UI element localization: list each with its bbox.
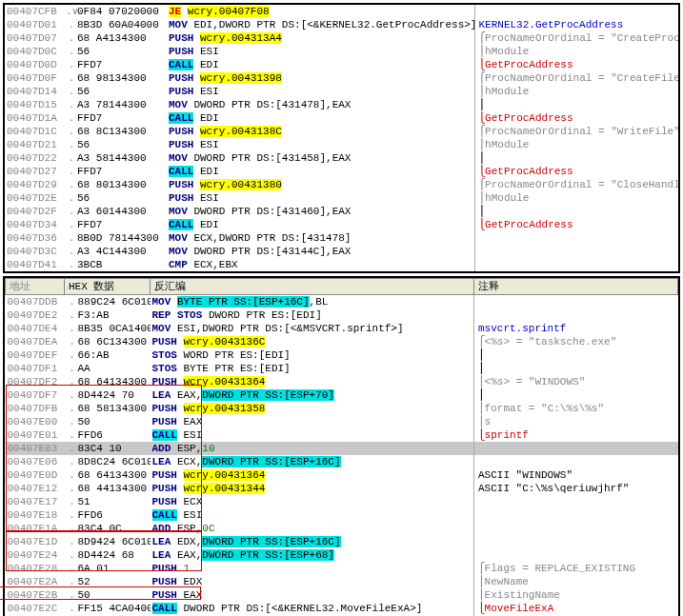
address: 00407D0F bbox=[5, 71, 64, 85]
address: 00407D3C bbox=[5, 245, 64, 258]
hex-bytes: .FFD6 bbox=[65, 508, 151, 522]
hex-bytes: .56 bbox=[64, 138, 167, 151]
disasm-row[interactable]: 00407D0C.56PUSH ESI⎪hModule bbox=[5, 45, 678, 58]
comment: ⎪ bbox=[474, 362, 678, 375]
address: 00407D0D bbox=[5, 58, 64, 71]
address: 00407D29 bbox=[5, 178, 64, 191]
disassembly-panel-2[interactable]: 地址 HEX 数据 反汇编 注释 00407DDB.889C24 6C01000… bbox=[3, 276, 680, 616]
hex-bytes: .8B3D 60A04000 bbox=[64, 18, 167, 31]
hex-bytes: .51 bbox=[65, 495, 151, 508]
address: 00407D36 bbox=[5, 231, 64, 245]
instruction: PUSH ESI bbox=[167, 45, 474, 58]
disasm-row[interactable]: 00407E12.68 44134300PUSH wcry.00431344AS… bbox=[6, 482, 678, 495]
disasm-table-2[interactable]: 地址 HEX 数据 反汇编 注释 00407DDB.889C24 6C01000… bbox=[5, 278, 678, 616]
address: 00407DEA bbox=[6, 335, 65, 348]
disasm-row[interactable]: 00407D27.FFD7CALL EDI⎩GetProcAddress bbox=[5, 165, 678, 178]
address: 00407D07 bbox=[5, 31, 64, 45]
comment bbox=[474, 258, 678, 271]
instruction: CALL EDI bbox=[167, 218, 474, 231]
comment: ⎩MoveFileExA bbox=[474, 602, 678, 615]
disasm-row[interactable]: 00407E01.FFD6CALL ESI⎩sprintf bbox=[6, 428, 678, 442]
disasm-row[interactable]: 00407DF2.68 64134300PUSH wcry.00431364⎪<… bbox=[6, 375, 678, 388]
address: 00407E1D bbox=[6, 535, 65, 548]
hex-bytes: .56 bbox=[64, 85, 167, 98]
comment: ⎩GetProcAddress bbox=[474, 58, 678, 71]
disasm-row[interactable]: 00407D1A.FFD7CALL EDI⎩GetProcAddress bbox=[5, 111, 678, 125]
disasm-row[interactable]: 00407D2F.A3 60144300MOV DWORD PTR DS:[43… bbox=[5, 205, 678, 218]
address: 00407E1A bbox=[6, 522, 65, 535]
disasm-row[interactable]: 00407D29.68 80134300PUSH wcry.00431380⎧P… bbox=[5, 178, 678, 191]
instruction: MOV ESI,DWORD PTR DS:[<&MSVCRT.sprintf>] bbox=[151, 322, 474, 335]
disasm-row[interactable]: 00407E28.6A 01PUSH 1⎧Flags = REPLACE_EXI… bbox=[6, 562, 678, 575]
disasm-row[interactable]: 00407DF7.8D4424 70LEA EAX,DWORD PTR SS:[… bbox=[6, 388, 678, 402]
disasm-row[interactable]: 00407E2B.50PUSH EAX⎪ExistingName bbox=[6, 588, 678, 602]
address: 00407E01 bbox=[6, 428, 65, 442]
disasm-row[interactable]: 00407D34.FFD7CALL EDI⎩GetProcAddress bbox=[5, 218, 678, 231]
comment: ⎧ProcNameOrOrdinal = "CreateProcessA" bbox=[474, 31, 678, 45]
disasm-table-1[interactable]: 00407CFB.∨0F84 07020000JE wcry.00407F080… bbox=[5, 5, 678, 271]
disasm-row[interactable]: 00407DDB.889C24 6C010000MOV BYTE PTR SS:… bbox=[6, 295, 678, 309]
address: 00407DF2 bbox=[6, 375, 65, 388]
address: 00407E03 bbox=[6, 442, 65, 455]
disasm-row[interactable]: 00407DE4.8B35 0CA14000MOV ESI,DWORD PTR … bbox=[6, 322, 678, 335]
disasm-row[interactable]: 00407E1A.83C4 0CADD ESP,0C bbox=[6, 522, 678, 535]
col-addr[interactable]: 地址 bbox=[6, 279, 65, 295]
disasm-row[interactable]: 00407E00.50PUSH EAX⎪s bbox=[6, 415, 678, 428]
disasm-row[interactable]: 00407DF1.AASTOS BYTE PTR ES:[EDI]⎪ bbox=[6, 362, 678, 375]
address: 00407E0D bbox=[6, 468, 65, 482]
instruction: PUSH EDX bbox=[151, 575, 474, 588]
hex-bytes: .FFD7 bbox=[64, 165, 167, 178]
disasm-row[interactable]: 00407E24.8D4424 68LEA EAX,DWORD PTR SS:[… bbox=[6, 548, 678, 562]
col-disasm[interactable]: 反汇编 bbox=[151, 279, 474, 295]
disasm-row[interactable]: 00407D36.8B0D 78144300MOV ECX,DWORD PTR … bbox=[5, 231, 678, 245]
disasm-row[interactable]: 00407D21.56PUSH ESI⎪hModule bbox=[5, 138, 678, 151]
disasm-row[interactable]: 00407D3C.A3 4C144300MOV DWORD PTR DS:[43… bbox=[5, 245, 678, 258]
disasm-row[interactable]: 00407D15.A3 78144300MOV DWORD PTR DS:[43… bbox=[5, 98, 678, 111]
disassembly-panel-1[interactable]: 00407CFB.∨0F84 07020000JE wcry.00407F080… bbox=[3, 3, 680, 273]
address: 00407D0C bbox=[5, 45, 64, 58]
disasm-row[interactable]: 00407E06.8D8C24 6C010000LEA ECX,DWORD PT… bbox=[6, 455, 678, 468]
address: 00407D2F bbox=[5, 205, 64, 218]
hex-bytes: .A3 60144300 bbox=[64, 205, 167, 218]
address: 00407DEF bbox=[6, 348, 65, 362]
comment: ⎧ProcNameOrOrdinal = "CreateFileA" bbox=[474, 71, 678, 85]
address: 00407E18 bbox=[6, 508, 65, 522]
disasm-row[interactable]: 00407D0D.FFD7CALL EDI⎩GetProcAddress bbox=[5, 58, 678, 71]
instruction: MOV DWORD PTR DS:[431458],EAX bbox=[167, 151, 474, 165]
comment bbox=[474, 508, 678, 522]
disasm-row[interactable]: 00407DE2.F3:ABREP STOS DWORD PTR ES:[EDI… bbox=[6, 308, 678, 322]
disasm-row[interactable]: 00407D41.3BCBCMP ECX,EBX bbox=[5, 258, 678, 271]
disasm-row[interactable]: 00407DEA.68 6C134300PUSH wcry.0043136C⎧<… bbox=[6, 335, 678, 348]
disasm-row[interactable]: 00407D07.68 A4134300PUSH wcry.004313A4⎧P… bbox=[5, 31, 678, 45]
col-hex[interactable]: HEX 数据 bbox=[65, 279, 151, 295]
hex-bytes: .FFD7 bbox=[64, 111, 167, 125]
address: 00407DFB bbox=[6, 402, 65, 415]
disasm-row[interactable]: 00407D1C.68 8C134300PUSH wcry.0043138C⎧P… bbox=[5, 125, 678, 138]
disasm-row[interactable]: 00407D0F.68 98134300PUSH wcry.00431398⎧P… bbox=[5, 71, 678, 85]
disasm-row[interactable]: 00407D14.56PUSH ESI⎪hModule bbox=[5, 85, 678, 98]
disasm-row[interactable]: 00407CFB.∨0F84 07020000JE wcry.00407F08 bbox=[5, 5, 678, 18]
disasm-row[interactable]: 00407E0D.68 64134300PUSH wcry.00431364AS… bbox=[6, 468, 678, 482]
hex-bytes: .68 64134300 bbox=[65, 468, 151, 482]
hex-bytes: .8D8C24 6C010000 bbox=[65, 455, 151, 468]
col-comment[interactable]: 注释 bbox=[474, 279, 678, 295]
disasm-row[interactable]: 00407E18.FFD6CALL ESI bbox=[6, 508, 678, 522]
disasm-row[interactable]: 00407D22.A3 58144300MOV DWORD PTR DS:[43… bbox=[5, 151, 678, 165]
disasm-row[interactable]: 00407DEF.66:ABSTOS WORD PTR ES:[EDI]⎪ bbox=[6, 348, 678, 362]
disasm-row[interactable]: 00407E17.51PUSH ECX bbox=[6, 495, 678, 508]
comment: ⎪s bbox=[474, 415, 678, 428]
hex-bytes: .50 bbox=[65, 415, 151, 428]
address: 00407D21 bbox=[5, 138, 64, 151]
disasm-row[interactable]: 00407E1D.8D9424 6C010000LEA EDX,DWORD PT… bbox=[6, 535, 678, 548]
disasm-row[interactable]: 00407D01.8B3D 60A04000MOV EDI,DWORD PTR … bbox=[5, 18, 678, 31]
instruction: MOV BYTE PTR SS:[ESP+16C],BL bbox=[151, 295, 474, 309]
address: 00407DDB bbox=[6, 295, 65, 309]
address: 00407E24 bbox=[6, 548, 65, 562]
hex-bytes: .8D4424 70 bbox=[65, 388, 151, 402]
disasm-row[interactable]: 00407E03.83C4 10ADD ESP,10 bbox=[6, 442, 678, 455]
hex-bytes: .3BCB bbox=[64, 258, 167, 271]
disasm-row[interactable]: 00407E2C.FF15 4CA04000CALL DWORD PTR DS:… bbox=[6, 602, 678, 615]
disasm-row[interactable]: 00407DFB.68 58134300PUSH wcry.00431358⎪f… bbox=[6, 402, 678, 415]
disasm-row[interactable]: 00407D2E.56PUSH ESI⎪hModule bbox=[5, 191, 678, 205]
disasm-row[interactable]: 00407E2A.52PUSH EDX⎪NewName bbox=[6, 575, 678, 588]
